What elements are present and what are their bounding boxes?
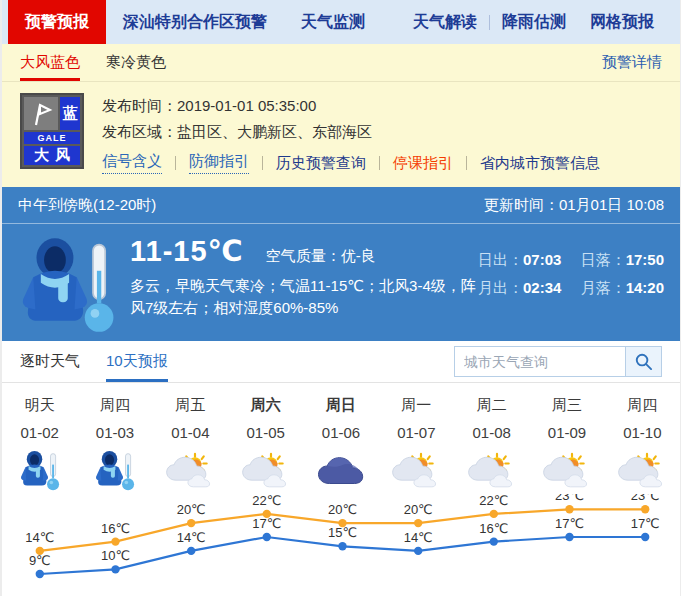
forecast-day-column-01-02[interactable]: 明天01-02 xyxy=(2,396,77,494)
svg-text:22℃: 22℃ xyxy=(252,494,281,508)
date-label: 01-09 xyxy=(529,424,604,441)
forecast-day-column-01-05[interactable]: 周六01-05 xyxy=(228,396,303,494)
date-label: 01-04 xyxy=(153,424,228,441)
warning-link-1[interactable]: 防御指引 xyxy=(189,152,249,174)
signal-type-cn: 大风 xyxy=(24,146,80,165)
sunrise-time: 07:03 xyxy=(523,251,561,268)
svg-text:15℃: 15℃ xyxy=(328,525,357,540)
sunset-time: 17:50 xyxy=(626,251,664,268)
search-button[interactable] xyxy=(626,346,662,377)
partly-cloudy-icon xyxy=(605,448,680,494)
forecast-day-column-01-06[interactable]: 周日01-06 xyxy=(303,396,378,494)
date-label: 01-05 xyxy=(228,424,303,441)
day-label: 周三 xyxy=(529,396,604,415)
nav-link-weather-interpretation[interactable]: 天气解读 xyxy=(401,12,489,33)
day-label: 周四 xyxy=(605,396,680,415)
forecast-day-column-01-09[interactable]: 周三01-09 xyxy=(529,396,604,494)
svg-text:14℃: 14℃ xyxy=(404,530,433,545)
warning-tab-gale-blue[interactable]: 大风蓝色 xyxy=(20,44,80,81)
current-weather-body: 11-15℃ 空气质量：优-良 多云，早晚天气寒冷；气温11-15℃；北风3-4… xyxy=(2,224,680,341)
publish-time-label: 发布时间： xyxy=(102,97,177,114)
signal-type-en: GALE xyxy=(24,132,80,144)
forecast-period-label: 中午到傍晚(12-20时) xyxy=(18,196,156,215)
moonrise-label: 月出： xyxy=(478,279,523,296)
date-label: 01-02 xyxy=(2,424,77,441)
cloudy-icon xyxy=(303,448,378,494)
day-label: 周一 xyxy=(379,396,454,415)
date-label: 01-06 xyxy=(303,424,378,441)
forecast-days: 明天01-02 周四01-03 周五01-04 xyxy=(2,383,680,494)
nav-right-links: 天气解读 降雨估测 网格预报 xyxy=(401,0,680,44)
tab-10day-forecast[interactable]: 10天预报 xyxy=(106,341,168,382)
warning-tabs: 大风蓝色 寒冷黄色 预警详情 xyxy=(2,44,680,82)
temp-chart: 14℃16℃20℃22℃20℃20℃22℃23℃23℃9℃10℃14℃17℃15… xyxy=(2,494,681,594)
day-label: 周二 xyxy=(454,396,529,415)
moonset-label: 月落： xyxy=(581,279,626,296)
warning-link-0[interactable]: 信号含义 xyxy=(102,152,162,174)
forecast-tabbar: 逐时天气 10天预报 xyxy=(2,341,680,383)
svg-text:22℃: 22℃ xyxy=(479,494,508,508)
svg-text:17℃: 17℃ xyxy=(252,516,281,531)
warning-link-2[interactable]: 历史预警查询 xyxy=(276,154,366,173)
forecast-day-column-01-04[interactable]: 周五01-04 xyxy=(153,396,228,494)
day-label: 周六 xyxy=(228,396,303,415)
current-weather-section: 中午到傍晚(12-20时) 更新时间：01月01日 10:08 11-15℃ 空… xyxy=(2,187,680,341)
air-quality-value: 优-良 xyxy=(341,247,376,264)
svg-text:16℃: 16℃ xyxy=(101,521,130,536)
forecast-day-column-01-03[interactable]: 周四01-03 xyxy=(77,396,152,494)
update-time: 更新时间：01月01日 10:08 xyxy=(484,196,664,215)
svg-text:23℃: 23℃ xyxy=(555,494,584,503)
warning-tab-cold-yellow[interactable]: 寒冷黄色 xyxy=(106,44,166,81)
svg-text:23℃: 23℃ xyxy=(631,494,660,503)
temperature-range: 11-15℃ xyxy=(130,234,244,268)
nav-tab-warning-forecast[interactable]: 预警预报 xyxy=(8,0,106,44)
city-weather-search xyxy=(454,346,662,377)
forecast-day-column-01-08[interactable]: 周二01-08 xyxy=(454,396,529,494)
gale-signal-icon: 蓝 GALE 大风 xyxy=(20,93,84,169)
svg-text:16℃: 16℃ xyxy=(479,521,508,536)
search-input[interactable] xyxy=(454,346,626,377)
warning-link-3[interactable]: 停课指引 xyxy=(393,154,453,173)
svg-text:14℃: 14℃ xyxy=(25,530,54,545)
svg-text:9℃: 9℃ xyxy=(29,553,51,568)
partly-cloudy-icon xyxy=(228,448,303,494)
svg-text:14℃: 14℃ xyxy=(177,530,206,545)
nav-link-grid-forecast[interactable]: 网格预报 xyxy=(578,12,666,33)
sunset-label: 日落： xyxy=(581,251,626,268)
nav-link-rain-estimate[interactable]: 降雨估测 xyxy=(490,12,578,33)
svg-text:20℃: 20℃ xyxy=(177,502,206,517)
warning-link-4[interactable]: 省内城市预警信息 xyxy=(480,154,600,173)
date-label: 01-03 xyxy=(77,424,152,441)
partly-cloudy-icon xyxy=(529,448,604,494)
link-divider xyxy=(379,156,380,170)
nav-tab-weather-monitor[interactable]: 天气监测 xyxy=(284,0,382,44)
day-label: 周四 xyxy=(77,396,152,415)
svg-text:20℃: 20℃ xyxy=(404,502,433,517)
svg-text:10℃: 10℃ xyxy=(101,548,130,563)
link-divider xyxy=(175,156,176,170)
partly-cloudy-icon xyxy=(153,448,228,494)
forecast-section: 逐时天气 10天预报 明天01-02 周四01-03 xyxy=(2,341,680,596)
forecast-day-column-01-07[interactable]: 周一01-07 xyxy=(379,396,454,494)
publish-area-value: 盐田区、大鹏新区、东部海区 xyxy=(177,123,372,140)
sun-moon-times: 日出：07:03 日落：17:50 月出：02:34 月落：14:20 xyxy=(478,232,664,341)
warning-info: 发布时间：2019-01-01 05:35:00 发布区域：盐田区、大鹏新区、东… xyxy=(102,93,600,174)
warning-detail-link[interactable]: 预警详情 xyxy=(602,53,662,72)
signal-level-badge: 蓝 xyxy=(60,97,80,130)
flag-icon xyxy=(24,97,58,130)
date-label: 01-08 xyxy=(454,424,529,441)
top-nav: 预警预报 深汕特别合作区预警 天气监测 天气解读 降雨估测 网格预报 xyxy=(2,0,680,44)
day-label: 明天 xyxy=(2,396,77,415)
svg-text:17℃: 17℃ xyxy=(555,516,584,531)
sunrise-label: 日出： xyxy=(478,251,523,268)
svg-text:20℃: 20℃ xyxy=(328,502,357,517)
publish-time-line: 发布时间：2019-01-01 05:35:00 xyxy=(102,93,600,119)
publish-area-label: 发布区域： xyxy=(102,123,177,140)
nav-tab-shenshan-zone[interactable]: 深汕特别合作区预警 xyxy=(106,0,284,44)
moonrise-time: 02:34 xyxy=(523,279,561,296)
tab-hourly-weather[interactable]: 逐时天气 xyxy=(20,341,80,382)
search-icon xyxy=(634,352,653,371)
link-divider xyxy=(466,156,467,170)
forecast-day-column-01-10[interactable]: 周四01-10 xyxy=(605,396,680,494)
warning-section: 大风蓝色 寒冷黄色 预警详情 蓝 GALE 大风 xyxy=(2,44,680,187)
